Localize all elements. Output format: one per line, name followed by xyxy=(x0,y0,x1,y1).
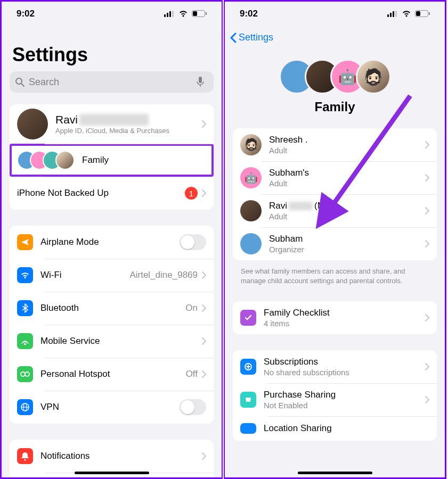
status-icons xyxy=(164,10,207,17)
bluetooth-icon xyxy=(17,300,33,316)
chevron-right-icon xyxy=(425,396,429,403)
family-label: Family xyxy=(82,155,109,166)
svg-rect-11 xyxy=(24,343,26,345)
row-label: Subscriptions xyxy=(264,357,423,367)
toggle[interactable] xyxy=(180,399,206,415)
row-label: Airplane Mode xyxy=(40,237,180,247)
checklist-card: Family Checklist 4 items xyxy=(233,301,437,334)
family-hero-avatars: 🤖 🧔🏻 xyxy=(225,59,445,94)
svg-rect-3 xyxy=(172,11,174,17)
member-role: Adult xyxy=(269,212,423,221)
member-name: Subham xyxy=(269,234,423,244)
svg-point-12 xyxy=(21,372,25,376)
wifi-icon xyxy=(17,267,33,283)
member-row-me[interactable]: Ravi (Me) Adult xyxy=(233,194,437,227)
avatar: 🧔🏻 xyxy=(356,59,391,94)
svg-rect-24 xyxy=(429,12,430,15)
member-row[interactable]: 🧔🏻 Shreesh . Adult xyxy=(233,128,437,161)
status-icons xyxy=(387,10,430,17)
member-row[interactable]: Subham Organizer xyxy=(233,227,437,260)
search-icon xyxy=(15,77,25,87)
family-row[interactable]: Family xyxy=(10,144,214,177)
backup-label: iPhone Not Backed Up xyxy=(17,188,185,199)
wifi-icon xyxy=(178,10,188,17)
row-label: Mobile Service xyxy=(40,336,200,346)
battery-icon xyxy=(192,10,207,17)
row-label: Notifications xyxy=(40,451,200,461)
chevron-right-icon xyxy=(202,189,206,197)
airplane-mode-row[interactable]: Airplane Mode xyxy=(10,226,214,259)
row-label: Personal Hotspot xyxy=(40,369,186,379)
members-card: 🧔🏻 Shreesh . Adult 🤖 Subham's Adult xyxy=(233,128,437,260)
hotspot-row[interactable]: Personal Hotspot Off xyxy=(10,358,214,391)
notifications-row[interactable]: Notifications xyxy=(10,440,214,473)
wifi-row[interactable]: Wi-Fi Airtel_dine_9869 xyxy=(10,259,214,292)
chevron-right-icon xyxy=(425,363,429,370)
chevron-right-icon xyxy=(425,207,429,214)
svg-rect-21 xyxy=(395,11,397,17)
mobile-service-row[interactable]: Mobile Service xyxy=(10,325,214,358)
back-button[interactable]: Settings xyxy=(225,26,445,43)
home-indicator[interactable] xyxy=(298,472,372,474)
backup-warning-row[interactable]: iPhone Not Backed Up 1 xyxy=(10,177,214,210)
svg-rect-0 xyxy=(164,14,166,17)
family-screen: 9:02 Settings 🤖 🧔🏻 Family 🧔🏻 Shreesh . xyxy=(224,0,446,479)
avatar xyxy=(240,200,262,221)
purchase-sharing-icon xyxy=(240,392,256,408)
member-name: Shreesh . xyxy=(269,135,423,145)
purchase-sharing-row[interactable]: Purchase Sharing Not Enabled xyxy=(233,383,437,416)
battery-icon xyxy=(415,10,430,17)
vpn-row[interactable]: VPN xyxy=(10,391,214,424)
home-indicator[interactable] xyxy=(75,472,149,474)
apple-id-row[interactable]: Ravi Apple ID, iCloud, Media & Purchases xyxy=(10,104,214,144)
chevron-right-icon xyxy=(202,337,206,345)
member-name: Subham's xyxy=(269,168,423,178)
chevron-right-icon xyxy=(202,370,206,378)
member-role: Organizer xyxy=(269,245,423,254)
location-sharing-row[interactable]: Location Sharing xyxy=(233,416,437,441)
dictate-icon[interactable] xyxy=(197,77,204,87)
row-label: Purchase Sharing xyxy=(264,390,423,400)
member-role: Adult xyxy=(269,179,423,188)
redacted-text xyxy=(289,202,313,210)
row-label: VPN xyxy=(40,402,180,412)
row-sub: Not Enabled xyxy=(264,401,423,410)
toggle[interactable] xyxy=(180,234,206,250)
chevron-right-icon xyxy=(202,271,206,279)
redacted-text xyxy=(79,114,149,126)
page-title: Settings xyxy=(12,44,222,66)
bell-icon xyxy=(17,448,33,464)
chevron-right-icon xyxy=(425,314,429,321)
search-input[interactable]: Search xyxy=(10,71,214,93)
hotspot-icon xyxy=(17,366,33,382)
status-bar: 9:02 xyxy=(2,2,222,26)
member-row[interactable]: 🤖 Subham's Adult xyxy=(233,161,437,194)
services-card: Subscriptions No shared subscriptions Pu… xyxy=(233,350,437,441)
status-time: 9:02 xyxy=(17,9,35,19)
svg-rect-1 xyxy=(167,13,168,17)
row-sub: 4 items xyxy=(264,319,423,328)
checklist-icon xyxy=(240,310,256,326)
family-checklist-row[interactable]: Family Checklist 4 items xyxy=(233,301,437,334)
bluetooth-row[interactable]: Bluetooth On xyxy=(10,292,214,325)
row-value: Off xyxy=(186,369,198,379)
avatar: 🧔🏻 xyxy=(240,134,262,155)
account-card: Ravi Apple ID, iCloud, Media & Purchases… xyxy=(10,104,214,210)
chevron-right-icon xyxy=(425,240,429,247)
chevron-left-icon xyxy=(230,32,237,43)
chevron-right-icon xyxy=(202,452,206,460)
badge: 1 xyxy=(185,187,198,200)
chevron-right-icon xyxy=(425,174,429,181)
svg-point-17 xyxy=(24,459,26,460)
avatar xyxy=(17,109,48,139)
account-name: Ravi xyxy=(55,113,78,126)
settings-screen: 9:02 Settings Search Ravi xyxy=(0,0,223,479)
svg-rect-2 xyxy=(169,11,171,17)
svg-rect-19 xyxy=(390,13,392,17)
subscriptions-row[interactable]: Subscriptions No shared subscriptions xyxy=(233,350,437,383)
airplane-icon xyxy=(17,234,33,250)
row-sub: No shared subscriptions xyxy=(264,368,423,377)
avatar: 🤖 xyxy=(240,167,262,188)
chevron-right-icon xyxy=(202,304,206,312)
svg-rect-23 xyxy=(416,11,420,16)
